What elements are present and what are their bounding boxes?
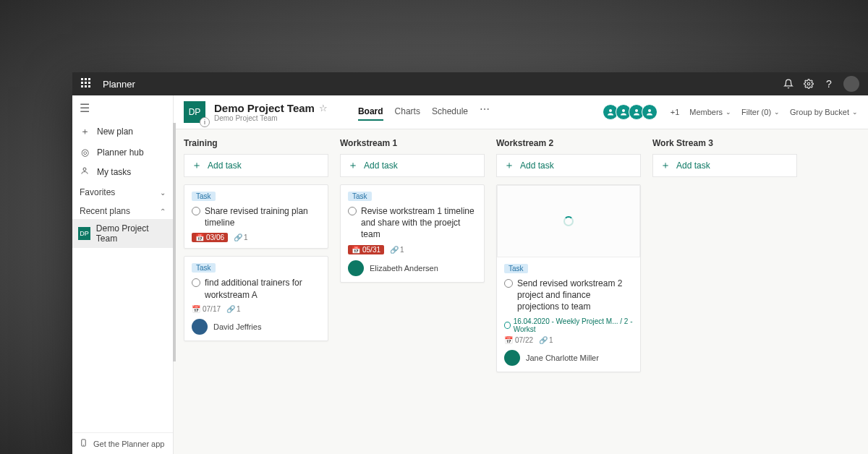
tab-board[interactable]: Board <box>358 103 383 121</box>
my-tasks-button[interactable]: My tasks <box>72 162 173 181</box>
members-dropdown[interactable]: Members⌄ <box>689 108 731 116</box>
add-task-button[interactable]: ＋ Add task <box>184 154 328 177</box>
bucket: ＋ Add task Task Revise workstream 1 time… <box>340 154 485 290</box>
bucket: ＋ Add task Task Share revised training p… <box>184 154 328 348</box>
favorites-section[interactable]: Favorites ⌄ <box>72 181 173 200</box>
bucket-title[interactable]: Workstream 2 <box>496 138 641 148</box>
recent-plans-section[interactable]: Recent plans ⌃ <box>72 200 173 219</box>
tab-charts[interactable]: Charts <box>395 103 420 121</box>
member-avatar <box>642 104 658 120</box>
plan-title: Demo Project Team <box>214 102 315 114</box>
favorites-label: Favorites <box>80 187 115 197</box>
assignee-name: David Jeffries <box>213 322 261 331</box>
complete-radio[interactable] <box>192 278 200 287</box>
linked-subtask[interactable]: 16.04.2020 - Weekly Project M... / 2 - W… <box>504 317 633 333</box>
group-by-dropdown[interactable]: Group by Bucket⌄ <box>790 108 858 116</box>
more-tabs-icon[interactable]: ⋯ <box>480 103 490 121</box>
assignee-avatar <box>192 319 208 335</box>
bucket-title[interactable]: Training <box>184 138 328 148</box>
get-app-button[interactable]: Get the Planner app <box>72 432 173 454</box>
attachment-count: 🔗1 <box>539 336 553 344</box>
spinner-icon <box>563 216 574 226</box>
tab-schedule[interactable]: Schedule <box>432 103 468 121</box>
svg-point-6 <box>635 109 638 112</box>
bucket: ＋ Add task Task Send revised workstream … <box>496 154 641 380</box>
complete-radio[interactable] <box>504 279 513 288</box>
chevron-down-icon: ⌄ <box>774 108 780 116</box>
svg-point-0 <box>807 82 810 85</box>
recent-plan-name: Demo Project Team <box>96 223 167 244</box>
info-icon[interactable]: i <box>200 117 210 127</box>
planner-hub-button[interactable]: ◎ Planner hub <box>72 142 173 162</box>
new-plan-button[interactable]: ＋ New plan <box>72 121 173 142</box>
add-task-button[interactable]: ＋ Add task <box>652 154 797 177</box>
plan-header: DP i Demo Project Team ☆ Demo Project Te… <box>174 95 868 129</box>
member-avatars[interactable] <box>605 104 658 120</box>
complete-radio[interactable] <box>192 207 200 215</box>
app-launcher-icon[interactable] <box>81 78 93 90</box>
plus-icon: ＋ <box>80 125 90 138</box>
chevron-down-icon: ⌄ <box>160 189 166 197</box>
planner-hub-label: Planner hub <box>97 147 144 158</box>
hub-icon: ◎ <box>80 147 90 158</box>
complete-radio[interactable] <box>348 207 357 215</box>
view-tabs: Board Charts Schedule ⋯ <box>358 103 490 121</box>
user-avatar[interactable] <box>843 76 859 92</box>
attachment-icon: 🔗 <box>390 246 399 254</box>
plan-subtitle: Demo Project Team <box>214 114 328 122</box>
due-date: 📅07/17 <box>192 305 221 313</box>
more-members-count[interactable]: +1 <box>671 108 680 116</box>
task-tag: Task <box>348 192 372 201</box>
add-task-button[interactable]: ＋ Add task <box>340 154 485 177</box>
task-tag: Task <box>192 263 216 273</box>
person-icon <box>80 166 90 177</box>
bucket-title[interactable]: Workstream 1 <box>340 138 485 148</box>
task-card[interactable]: Task Share revised training plan timelin… <box>184 184 328 249</box>
task-tag: Task <box>504 264 528 273</box>
app-name: Planner <box>103 79 135 90</box>
task-title: find additional trainers for workstream … <box>205 277 320 300</box>
add-task-button[interactable]: ＋ Add task <box>496 154 641 177</box>
due-date-badge: 📅03/06 <box>192 233 228 242</box>
task-card[interactable]: Task Revise workstream 1 timeline and sh… <box>340 184 485 283</box>
plus-icon: ＋ <box>504 159 514 172</box>
svg-point-5 <box>622 109 625 112</box>
bell-icon[interactable] <box>778 79 799 89</box>
calendar-icon: 📅 <box>504 336 513 344</box>
plan-badge-small: DP <box>78 227 90 240</box>
sidebar: ☰ ＋ New plan ◎ Planner hub My tasks Favo… <box>72 95 174 454</box>
task-card[interactable]: Task Send revised workstream 2 project a… <box>496 184 641 372</box>
my-tasks-label: My tasks <box>97 167 131 177</box>
attachment-count: 🔗1 <box>390 246 404 254</box>
bucket-title[interactable]: Work Stream 3 <box>652 138 797 148</box>
get-app-label: Get the Planner app <box>93 440 164 448</box>
sidebar-scrollbar[interactable] <box>173 123 176 361</box>
assignee-avatar <box>504 350 520 366</box>
chevron-up-icon: ⌃ <box>160 207 166 215</box>
board: Training ＋ Add task Task Share revised t… <box>174 129 868 454</box>
help-icon[interactable]: ? <box>819 78 839 90</box>
task-tag: Task <box>192 192 216 201</box>
phone-icon <box>80 439 88 448</box>
plus-icon: ＋ <box>192 159 202 172</box>
recent-plan-item[interactable]: DP Demo Project Team <box>72 219 173 248</box>
chevron-down-icon: ⌄ <box>726 108 731 116</box>
star-icon[interactable]: ☆ <box>319 103 328 113</box>
plus-icon: ＋ <box>660 159 671 172</box>
assignee-name: Elizabeth Andersen <box>370 264 438 273</box>
recent-plans-label: Recent plans <box>80 206 130 216</box>
task-title: Share revised training plan timeline <box>205 205 320 228</box>
svg-point-7 <box>648 109 651 112</box>
calendar-icon: 📅 <box>195 234 204 241</box>
attachment-icon: 🔗 <box>234 234 242 241</box>
main-area: DP i Demo Project Team ☆ Demo Project Te… <box>174 95 868 454</box>
attachment-icon: 🔗 <box>539 336 548 344</box>
gear-icon[interactable] <box>799 79 819 89</box>
svg-point-4 <box>609 109 612 112</box>
task-card[interactable]: Task find additional trainers for workst… <box>184 256 328 340</box>
attachment-count: 🔗1 <box>226 305 241 313</box>
attachment-icon: 🔗 <box>226 305 235 313</box>
chevron-down-icon: ⌄ <box>852 108 858 116</box>
hamburger-icon[interactable]: ☰ <box>72 95 173 121</box>
filter-dropdown[interactable]: Filter (0)⌄ <box>741 108 780 116</box>
